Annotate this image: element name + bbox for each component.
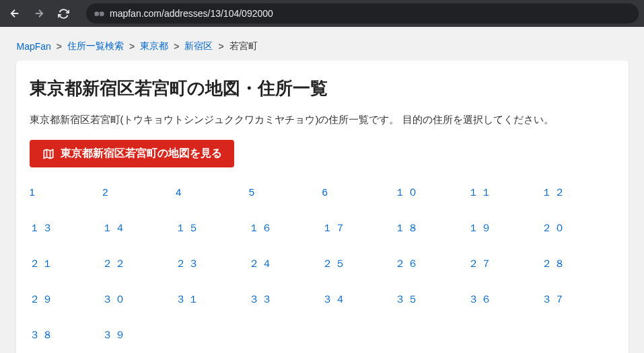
address-link[interactable]: 4 [176, 186, 249, 199]
breadcrumb-link[interactable]: 新宿区 [184, 40, 213, 52]
page-description: 東京都新宿区若宮町(トウキョウトシンジュククワカミヤチョウ)の住所一覧です。 目… [30, 114, 615, 126]
svg-point-1 [101, 13, 102, 14]
url-text: mapfan.com/addresses/13/104/092000 [110, 8, 273, 19]
address-link[interactable]: １２ [542, 186, 615, 199]
address-link[interactable]: １０ [395, 186, 468, 199]
address-link[interactable]: ３０ [102, 293, 176, 306]
page-wrapper: MapFan>住所一覧検索>東京都>新宿区>若宮町 東京都新宿区若宮町の地図・住… [0, 27, 644, 353]
address-link[interactable]: ２７ [468, 258, 542, 270]
address-link[interactable]: 1 [30, 186, 103, 199]
map-button-label: 東京都新宿区若宮町の地図を見る [61, 147, 222, 161]
breadcrumb-separator: > [218, 41, 223, 52]
view-map-button[interactable]: 東京都新宿区若宮町の地図を見る [30, 140, 234, 167]
address-link[interactable]: ３９ [102, 329, 176, 342]
address-link[interactable]: ３４ [322, 293, 396, 306]
address-link[interactable]: ２８ [542, 258, 615, 270]
address-link[interactable]: 5 [249, 186, 322, 199]
address-link[interactable]: １１ [468, 186, 542, 199]
breadcrumb: MapFan>住所一覧検索>東京都>新宿区>若宮町 [6, 35, 639, 61]
breadcrumb-link[interactable]: 東京都 [140, 40, 168, 52]
breadcrumb-separator: > [57, 41, 62, 52]
site-info-icon[interactable] [94, 9, 104, 19]
breadcrumb-current: 若宮町 [229, 40, 258, 52]
breadcrumb-separator: > [174, 41, 179, 52]
address-link[interactable]: 2 [102, 186, 176, 199]
address-link[interactable]: １５ [176, 222, 249, 235]
address-link[interactable]: ２３ [176, 258, 249, 270]
address-link[interactable]: ２２ [102, 258, 176, 270]
back-button[interactable] [5, 4, 24, 23]
address-link[interactable]: １８ [395, 222, 468, 235]
address-link[interactable]: ３８ [30, 329, 103, 342]
breadcrumb-separator: > [129, 41, 135, 52]
page-title: 東京都新宿区若宮町の地図・住所一覧 [30, 77, 615, 100]
content-card: 東京都新宿区若宮町の地図・住所一覧 東京都新宿区若宮町(トウキョウトシンジュクク… [16, 61, 629, 353]
address-link[interactable]: ２４ [249, 258, 322, 270]
address-grid: 12456１０１１１２１３１４１５１６１７１８１９２０２１２２２３２４２５２６２… [30, 186, 615, 342]
breadcrumb-link[interactable]: MapFan [17, 41, 51, 52]
address-link[interactable]: １４ [102, 222, 176, 235]
address-link[interactable]: ３１ [176, 293, 249, 306]
address-link[interactable]: ３３ [249, 293, 322, 306]
address-link[interactable]: ２１ [30, 258, 103, 270]
breadcrumb-link[interactable]: 住所一覧検索 [67, 40, 124, 52]
svg-point-0 [96, 13, 98, 14]
address-link[interactable]: ２５ [322, 258, 396, 270]
forward-button[interactable] [30, 4, 48, 23]
url-bar[interactable]: mapfan.com/addresses/13/104/092000 [86, 3, 639, 24]
address-link[interactable]: １９ [468, 222, 542, 235]
address-link[interactable]: ２９ [30, 293, 103, 306]
address-link[interactable]: ３５ [395, 293, 468, 306]
address-link[interactable]: １６ [249, 222, 322, 235]
address-link[interactable]: ２６ [395, 258, 468, 270]
address-link[interactable]: ２０ [542, 222, 615, 235]
address-link[interactable]: ３７ [542, 293, 615, 306]
map-icon [42, 147, 55, 161]
address-link[interactable]: 6 [322, 186, 396, 199]
address-link[interactable]: ３６ [468, 293, 542, 306]
address-link[interactable]: １７ [322, 222, 396, 235]
browser-chrome: mapfan.com/addresses/13/104/092000 [0, 0, 644, 27]
reload-button[interactable] [54, 4, 73, 23]
address-link[interactable]: １３ [30, 222, 103, 235]
